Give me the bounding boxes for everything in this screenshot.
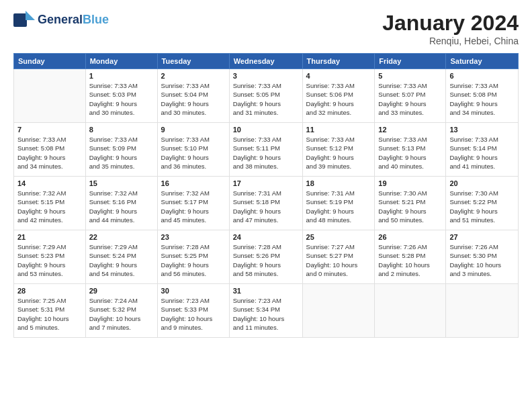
day-info: Sunrise: 7:25 AMSunset: 5:31 PMDaylight:… <box>17 296 82 332</box>
calendar-cell <box>302 284 375 338</box>
calendar-cell: 7Sunrise: 7:33 AMSunset: 5:08 PMDaylight… <box>14 123 86 177</box>
day-number: 20 <box>449 179 515 187</box>
calendar-cell <box>14 69 86 123</box>
day-info: Sunrise: 7:29 AMSunset: 5:23 PMDaylight:… <box>17 242 82 278</box>
calendar-cell: 23Sunrise: 7:28 AMSunset: 5:25 PMDayligh… <box>157 230 229 284</box>
weekday-header-friday: Friday <box>375 54 446 69</box>
day-number: 24 <box>233 233 299 241</box>
page-header: GeneralBlue January 2024 Renqiu, Hebei, … <box>13 11 519 46</box>
day-info: Sunrise: 7:31 AMSunset: 5:18 PMDaylight:… <box>233 189 299 224</box>
day-info: Sunrise: 7:26 AMSunset: 5:30 PMDaylight:… <box>449 242 515 278</box>
day-info: Sunrise: 7:26 AMSunset: 5:28 PMDaylight:… <box>378 242 442 278</box>
calendar-cell: 10Sunrise: 7:33 AMSunset: 5:11 PMDayligh… <box>229 123 302 177</box>
day-info: Sunrise: 7:33 AMSunset: 5:14 PMDaylight:… <box>449 135 515 171</box>
day-number: 27 <box>449 233 515 241</box>
day-info: Sunrise: 7:33 AMSunset: 5:04 PMDaylight:… <box>161 81 226 117</box>
month-title: January 2024 <box>382 11 519 36</box>
day-number: 31 <box>233 287 299 295</box>
calendar-cell: 28Sunrise: 7:25 AMSunset: 5:31 PMDayligh… <box>14 284 86 338</box>
day-info: Sunrise: 7:33 AMSunset: 5:11 PMDaylight:… <box>233 135 299 171</box>
day-number: 21 <box>17 233 82 241</box>
day-info: Sunrise: 7:23 AMSunset: 5:33 PMDaylight:… <box>161 296 226 332</box>
week-row-2: 14Sunrise: 7:32 AMSunset: 5:15 PMDayligh… <box>14 177 519 230</box>
day-info: Sunrise: 7:33 AMSunset: 5:13 PMDaylight:… <box>378 135 442 171</box>
day-number: 18 <box>306 179 371 187</box>
calendar: SundayMondayTuesdayWednesdayThursdayFrid… <box>13 53 519 338</box>
day-number: 25 <box>306 233 371 241</box>
day-number: 9 <box>161 126 226 134</box>
day-info: Sunrise: 7:24 AMSunset: 5:32 PMDaylight:… <box>89 296 154 332</box>
calendar-cell: 18Sunrise: 7:31 AMSunset: 5:19 PMDayligh… <box>302 177 375 230</box>
day-info: Sunrise: 7:27 AMSunset: 5:27 PMDaylight:… <box>306 242 371 278</box>
day-info: Sunrise: 7:33 AMSunset: 5:05 PMDaylight:… <box>233 81 299 117</box>
day-info: Sunrise: 7:28 AMSunset: 5:25 PMDaylight:… <box>161 242 226 278</box>
calendar-cell: 24Sunrise: 7:28 AMSunset: 5:26 PMDayligh… <box>229 230 302 284</box>
calendar-cell: 11Sunrise: 7:33 AMSunset: 5:12 PMDayligh… <box>302 123 375 177</box>
day-number: 30 <box>161 287 226 295</box>
day-number: 8 <box>89 126 154 134</box>
calendar-cell: 19Sunrise: 7:30 AMSunset: 5:21 PMDayligh… <box>375 177 446 230</box>
day-info: Sunrise: 7:23 AMSunset: 5:34 PMDaylight:… <box>233 296 299 332</box>
logo: GeneralBlue <box>13 11 109 30</box>
weekday-header-tuesday: Tuesday <box>157 54 229 69</box>
day-number: 26 <box>378 233 442 241</box>
week-row-1: 7Sunrise: 7:33 AMSunset: 5:08 PMDaylight… <box>14 123 519 177</box>
calendar-cell <box>375 284 446 338</box>
day-number: 10 <box>233 126 299 134</box>
calendar-cell: 13Sunrise: 7:33 AMSunset: 5:14 PMDayligh… <box>446 123 519 177</box>
weekday-header-thursday: Thursday <box>302 54 375 69</box>
calendar-cell: 16Sunrise: 7:32 AMSunset: 5:17 PMDayligh… <box>157 177 229 230</box>
day-info: Sunrise: 7:33 AMSunset: 5:10 PMDaylight:… <box>161 135 226 171</box>
day-number: 11 <box>306 126 371 134</box>
calendar-cell: 1Sunrise: 7:33 AMSunset: 5:03 PMDaylight… <box>85 69 157 123</box>
day-info: Sunrise: 7:28 AMSunset: 5:26 PMDaylight:… <box>233 242 299 278</box>
day-number: 22 <box>89 233 154 241</box>
title-area: January 2024 Renqiu, Hebei, China <box>382 11 519 46</box>
day-number: 2 <box>161 72 226 80</box>
calendar-cell: 2Sunrise: 7:33 AMSunset: 5:04 PMDaylight… <box>157 69 229 123</box>
day-number: 23 <box>161 233 226 241</box>
weekday-header-wednesday: Wednesday <box>229 54 302 69</box>
calendar-cell: 5Sunrise: 7:33 AMSunset: 5:07 PMDaylight… <box>375 69 446 123</box>
day-number: 6 <box>449 72 515 80</box>
calendar-cell: 21Sunrise: 7:29 AMSunset: 5:23 PMDayligh… <box>14 230 86 284</box>
calendar-cell: 30Sunrise: 7:23 AMSunset: 5:33 PMDayligh… <box>157 284 229 338</box>
calendar-cell: 12Sunrise: 7:33 AMSunset: 5:13 PMDayligh… <box>375 123 446 177</box>
calendar-cell: 14Sunrise: 7:32 AMSunset: 5:15 PMDayligh… <box>14 177 86 230</box>
day-number: 1 <box>89 72 154 80</box>
day-info: Sunrise: 7:33 AMSunset: 5:08 PMDaylight:… <box>17 135 82 171</box>
day-number: 16 <box>161 179 226 187</box>
week-row-3: 21Sunrise: 7:29 AMSunset: 5:23 PMDayligh… <box>14 230 519 284</box>
calendar-cell: 17Sunrise: 7:31 AMSunset: 5:18 PMDayligh… <box>229 177 302 230</box>
day-info: Sunrise: 7:33 AMSunset: 5:08 PMDaylight:… <box>449 81 515 117</box>
day-info: Sunrise: 7:33 AMSunset: 5:06 PMDaylight:… <box>306 81 371 117</box>
calendar-cell: 25Sunrise: 7:27 AMSunset: 5:27 PMDayligh… <box>302 230 375 284</box>
location: Renqiu, Hebei, China <box>382 36 519 46</box>
day-number: 3 <box>233 72 299 80</box>
day-info: Sunrise: 7:32 AMSunset: 5:17 PMDaylight:… <box>161 189 226 224</box>
calendar-cell: 9Sunrise: 7:33 AMSunset: 5:10 PMDaylight… <box>157 123 229 177</box>
day-info: Sunrise: 7:32 AMSunset: 5:16 PMDaylight:… <box>89 189 154 224</box>
svg-marker-1 <box>26 11 35 20</box>
day-info: Sunrise: 7:31 AMSunset: 5:19 PMDaylight:… <box>306 189 371 224</box>
day-number: 12 <box>378 126 442 134</box>
calendar-cell: 20Sunrise: 7:30 AMSunset: 5:22 PMDayligh… <box>446 177 519 230</box>
day-info: Sunrise: 7:30 AMSunset: 5:22 PMDaylight:… <box>449 189 515 224</box>
calendar-cell: 6Sunrise: 7:33 AMSunset: 5:08 PMDaylight… <box>446 69 519 123</box>
logo-icon <box>13 11 35 30</box>
calendar-cell: 3Sunrise: 7:33 AMSunset: 5:05 PMDaylight… <box>229 69 302 123</box>
day-number: 28 <box>17 287 82 295</box>
svg-rect-0 <box>13 13 27 27</box>
day-info: Sunrise: 7:29 AMSunset: 5:24 PMDaylight:… <box>89 242 154 278</box>
weekday-header-sunday: Sunday <box>14 54 86 69</box>
day-number: 29 <box>89 287 154 295</box>
day-number: 19 <box>378 179 442 187</box>
calendar-cell: 15Sunrise: 7:32 AMSunset: 5:16 PMDayligh… <box>85 177 157 230</box>
day-number: 5 <box>378 72 442 80</box>
weekday-header-saturday: Saturday <box>446 54 519 69</box>
logo-text: GeneralBlue <box>38 13 109 27</box>
day-info: Sunrise: 7:33 AMSunset: 5:07 PMDaylight:… <box>378 81 442 117</box>
weekday-header-row: SundayMondayTuesdayWednesdayThursdayFrid… <box>14 54 519 69</box>
day-info: Sunrise: 7:32 AMSunset: 5:15 PMDaylight:… <box>17 189 82 224</box>
day-number: 13 <box>449 126 515 134</box>
